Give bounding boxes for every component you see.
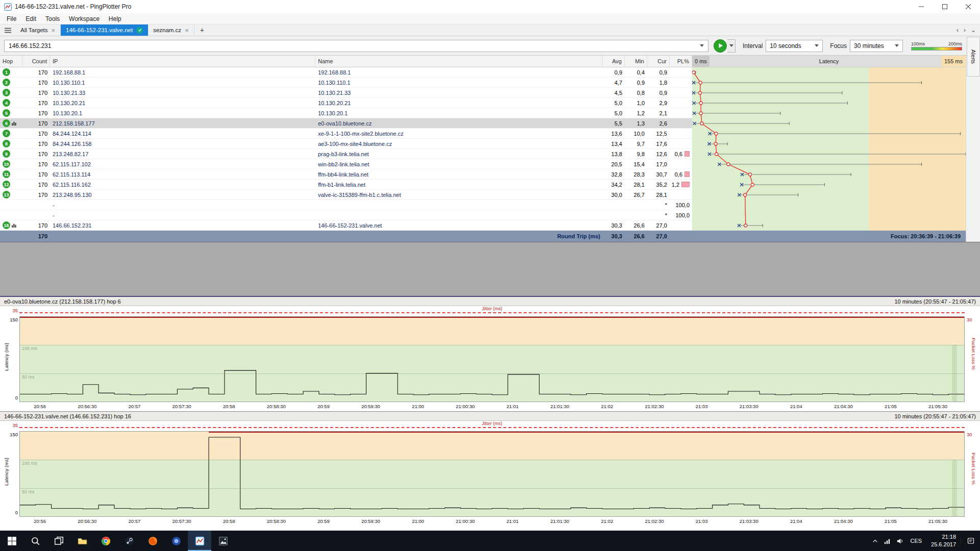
taskbar-pingplotter-button[interactable] bbox=[188, 531, 211, 551]
close-button[interactable] bbox=[957, 0, 980, 13]
tray-network-icon[interactable] bbox=[881, 537, 893, 545]
cell-avg: 5,5 bbox=[603, 118, 625, 128]
taskbar-start-button[interactable] bbox=[0, 531, 23, 551]
maximize-button[interactable] bbox=[933, 0, 957, 13]
cell-hop: 10 bbox=[0, 159, 22, 169]
column-header-avg[interactable]: Avg bbox=[603, 56, 625, 67]
menu-workspace[interactable]: Workspace bbox=[64, 14, 104, 23]
column-header-ip[interactable]: IP bbox=[50, 56, 315, 67]
cell-cur: * bbox=[647, 200, 670, 210]
timeline-plot[interactable]: 100 ms50 ms bbox=[19, 316, 965, 402]
menu-file[interactable]: File bbox=[2, 14, 21, 23]
menu-edit[interactable]: Edit bbox=[21, 14, 41, 23]
table-row-hop-10[interactable]: 1017062.115.117.102win-bb2-link.telia.ne… bbox=[0, 159, 692, 169]
tab-menu-icon[interactable]: ⌄ bbox=[971, 27, 976, 34]
packet-loss-scale-max: 30 bbox=[967, 432, 972, 437]
cell-count: 170 bbox=[22, 139, 50, 148]
time-tick-label: 21:02 bbox=[601, 404, 613, 409]
cell-avg: 34,2 bbox=[603, 180, 625, 189]
language-indicator[interactable]: CES bbox=[905, 538, 926, 544]
timeline-header: e0-ova10.bluetone.cz (212.158.158.177) h… bbox=[0, 297, 980, 306]
table-row-hop-1[interactable]: 1170192.168.88.1192.168.88.10,90,40,9 bbox=[0, 67, 692, 78]
cell-avg: 0,9 bbox=[603, 67, 625, 77]
summary-label: Round Trip (ms) bbox=[315, 231, 603, 242]
minimize-button[interactable] bbox=[910, 0, 933, 13]
start-trace-button[interactable] bbox=[714, 39, 727, 53]
table-row-hop-16[interactable]: 16170146.66.152.231146-66-152-231.valve.… bbox=[0, 220, 692, 231]
table-scrollbar[interactable] bbox=[966, 56, 980, 242]
target-dropdown-icon[interactable] bbox=[700, 44, 704, 47]
legend-100ms: 100ms bbox=[911, 41, 925, 46]
table-row-hop-4[interactable]: 417010.130.20.2110.130.20.215,01,02,9 bbox=[0, 98, 692, 108]
menu-tools[interactable]: Tools bbox=[41, 14, 64, 23]
time-axis: 20:5620:56:3020:5720:57:3020:5820:58:302… bbox=[19, 517, 965, 527]
tab-scroll-right-icon[interactable]: › bbox=[964, 27, 966, 34]
cell-count: 170 bbox=[22, 149, 50, 159]
timeline-plot[interactable]: 100 ms50 ms bbox=[19, 431, 965, 517]
tab-close-icon[interactable]: × bbox=[51, 27, 55, 34]
table-row-hop-no-reply-14[interactable]: -*100,0 bbox=[0, 200, 692, 210]
cell-min: 9,8 bbox=[625, 149, 647, 159]
table-row-hop-3[interactable]: 317010.130.21.3310.130.21.334,50,80,9 bbox=[0, 88, 692, 98]
action-center-button[interactable] bbox=[961, 537, 980, 545]
pingplotter-icon bbox=[195, 536, 205, 546]
system-tray: CES 21:18 25.6.2017 bbox=[869, 531, 980, 551]
gridline-label: 100 ms bbox=[22, 461, 37, 466]
tray-speaker-icon[interactable] bbox=[893, 537, 905, 545]
time-tick-label: 21:05:30 bbox=[928, 404, 947, 409]
packet-loss-marker bbox=[684, 151, 690, 157]
app-icon bbox=[4, 3, 12, 11]
cell-cur: 17,0 bbox=[647, 159, 670, 169]
table-row-hop-8[interactable]: 817084.244.126.158ae3-100-mx-site4.bluet… bbox=[0, 139, 692, 149]
column-header-name[interactable]: Name bbox=[315, 56, 603, 67]
cell-hop: 7 bbox=[0, 129, 22, 138]
cell-count: 170 bbox=[22, 67, 50, 77]
cell-pl bbox=[670, 129, 692, 138]
cell-cur: 2,6 bbox=[647, 118, 670, 128]
column-header-cur[interactable]: Cur bbox=[647, 56, 670, 67]
table-row-hop-13[interactable]: 13170213.248.95.130valve-ic-315389-ffm-b… bbox=[0, 190, 692, 200]
table-row-hop-no-reply-15[interactable]: -*100,0 bbox=[0, 210, 692, 220]
alerts-label: Alerts bbox=[970, 49, 976, 64]
table-row-hop-12[interactable]: 1217062.115.116.162ffm-b1-link.telia.net… bbox=[0, 180, 692, 190]
menu-help[interactable]: Help bbox=[104, 14, 126, 23]
column-header-count[interactable]: Count bbox=[22, 56, 50, 67]
taskbar-file-explorer-button[interactable] bbox=[70, 531, 94, 551]
new-tab-button[interactable]: + bbox=[194, 24, 210, 36]
taskbar-chrome-button[interactable] bbox=[94, 531, 117, 551]
taskbar-task-view-button[interactable] bbox=[47, 531, 70, 551]
tab-seznam-cz[interactable]: seznam.cz× bbox=[148, 24, 194, 36]
focus-select[interactable]: 30 minutes bbox=[850, 40, 903, 52]
latency-axis-label: Latency (ms) bbox=[4, 343, 9, 371]
tab-scroll-left-icon[interactable]: ‹ bbox=[957, 27, 959, 34]
taskbar-steam-button[interactable] bbox=[117, 531, 141, 551]
taskbar-firefox-button[interactable] bbox=[141, 531, 164, 551]
time-tick-label: 20:59 bbox=[317, 404, 330, 409]
taskbar-media-player-button[interactable] bbox=[164, 531, 188, 551]
tab-list-menu-icon[interactable] bbox=[0, 24, 15, 36]
column-header-min[interactable]: Min bbox=[625, 56, 647, 67]
alerts-panel-tab[interactable]: Alerts bbox=[967, 37, 980, 77]
latency-axis-label: Latency (ms) bbox=[4, 458, 9, 486]
time-tick-label: 21:00:30 bbox=[456, 404, 475, 409]
tab-all-targets[interactable]: All Targets× bbox=[15, 24, 61, 36]
column-header-pl[interactable]: PL% bbox=[670, 56, 692, 67]
table-row-hop-2[interactable]: 217010.130.110.110.130.110.14,70,91,8 bbox=[0, 78, 692, 88]
clock[interactable]: 21:18 25.6.2017 bbox=[926, 533, 961, 548]
column-header-hop[interactable]: Hop bbox=[0, 56, 22, 67]
table-row-hop-5[interactable]: 517010.130.20.110.130.20.15,01,22,1 bbox=[0, 108, 692, 118]
tab-146-66-152-231-valve-net[interactable]: 146-66-152-231.valve.net bbox=[61, 24, 148, 36]
cell-count: 170 bbox=[22, 169, 50, 179]
taskbar-photos-button[interactable] bbox=[211, 531, 235, 551]
interval-select[interactable]: 10 seconds bbox=[766, 40, 823, 52]
table-row-hop-11[interactable]: 1117062.115.113.114ffm-bb4-link.telia.ne… bbox=[0, 169, 692, 180]
table-row-hop-6[interactable]: 6170212.158.158.177e0-ova10.bluetone.cz5… bbox=[0, 118, 692, 129]
tab-close-icon[interactable]: × bbox=[185, 27, 189, 34]
target-address-input[interactable]: 146.66.152.231 bbox=[4, 40, 708, 52]
cell-pl: 0,6 bbox=[670, 149, 692, 159]
tray-chevron-up-icon[interactable] bbox=[869, 537, 881, 545]
trace-options-dropdown[interactable] bbox=[727, 39, 736, 53]
table-row-hop-9[interactable]: 9170213.248.82.17prag-b3-link.telia.net1… bbox=[0, 149, 692, 159]
table-row-hop-7[interactable]: 717084.244.124.114xe-9-1-1-100-mx-site2.… bbox=[0, 129, 692, 139]
taskbar-search-button[interactable] bbox=[23, 531, 47, 551]
